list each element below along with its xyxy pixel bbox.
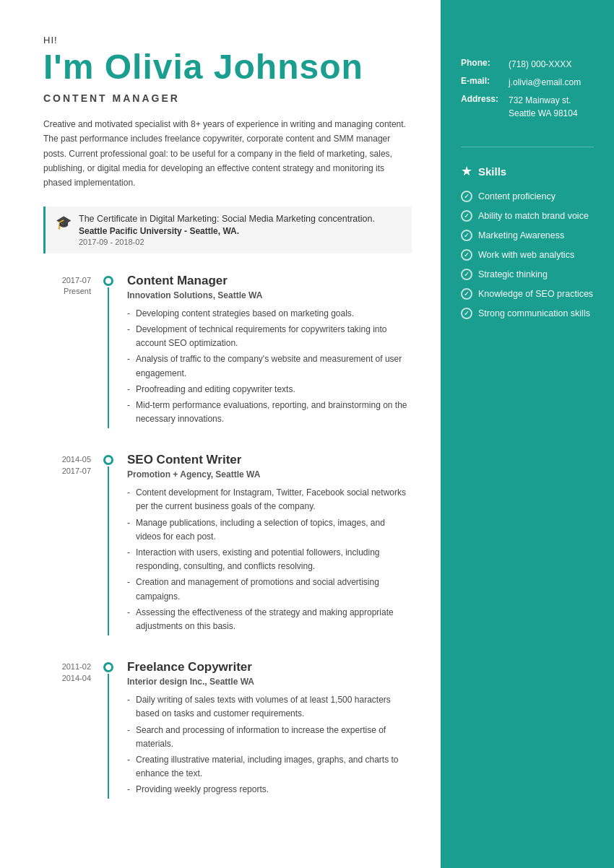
duty-item: Manage publications, including a selecti… [127,516,412,544]
address-label: Address: [461,94,504,104]
company-1: Innovation Solutions, Seattle WA [127,290,412,300]
skill-text-1: Ability to match brand voice [478,211,589,221]
skill-item-4: Strategic thinking [461,269,594,280]
timeline-line-2 [108,466,109,635]
duty-item: Search and processing of information to … [127,724,412,751]
timeline-connector-3 [101,660,116,799]
right-panel: Phone: (718) 000-XXXX E-mail: j.olivia@e… [441,0,614,868]
graduation-icon: 🎓 [56,214,72,230]
timeline-dot-1 [103,276,113,286]
duty-item: Assessing the effectiveness of the strat… [127,606,412,633]
timeline-line-3 [108,674,109,799]
timeline-date-1: 2017-07 Present [43,274,101,429]
timeline-connector-2 [101,453,116,635]
skill-text-2: Marketing Awareness [478,230,564,240]
timeline-date-3: 2011-02 2014-04 [43,660,101,799]
timeline-connector-1 [101,274,116,429]
skill-check-icon [461,288,472,300]
email-value: j.olivia@email.com [509,76,581,89]
skill-item-5: Knowledge of SEO practices [461,288,594,300]
duty-item: Mid-term performance evaluations, report… [127,399,412,426]
bio-text: Creative and motivated specialist with 8… [43,117,412,191]
skill-item-0: Content proficiency [461,191,594,202]
timeline-body-1: Content Manager Innovation Solutions, Se… [116,274,412,429]
timeline-date-2: 2014-05 2017-07 [43,453,101,635]
skill-check-icon [461,308,472,319]
skill-text-0: Content proficiency [478,191,555,201]
phone-row: Phone: (718) 000-XXXX [461,58,594,71]
timeline-item-1: 2017-07 Present Content Manager Innovati… [43,274,412,429]
company-2: Promotion + Agency, Seattle WA [127,469,412,479]
phone-label: Phone: [461,58,504,68]
address-row: Address: 732 Mainway st. Seattle WA 9810… [461,94,594,120]
timeline-dot-3 [103,662,113,672]
skills-header: ★ Skills [441,163,614,191]
timeline-dot-2 [103,455,113,465]
skill-text-6: Strong communication skills [478,308,590,318]
greeting-text: HI! [43,35,412,45]
job-title-heading: CONTENT MANAGER [43,92,412,104]
duty-item: Development of technical requirements fo… [127,323,412,350]
skill-item-2: Marketing Awareness [461,230,594,241]
duty-item: Creating illustrative material, includin… [127,753,412,781]
timeline-line-1 [108,287,109,429]
skill-item-3: Work with web analytics [461,249,594,261]
email-label: E-mail: [461,76,504,86]
duty-item: Providing weekly progress reports. [127,783,412,797]
company-3: Interior design Inc., Seattle WA [127,677,412,687]
skills-label: Skills [478,165,506,178]
duty-item: Content development for Instagram, Twitt… [127,486,412,513]
job-title-3: Freelance Copywriter [127,660,412,674]
star-icon: ★ [461,163,472,179]
skill-check-icon [461,249,472,261]
skill-check-icon [461,191,472,202]
experience-timeline: 2017-07 Present Content Manager Innovati… [43,274,412,799]
phone-value: (718) 000-XXXX [509,58,571,71]
name-heading: I'm Olivia Johnson [43,48,412,87]
sidebar-top-space [441,0,614,58]
skill-check-icon [461,210,472,222]
address-value: 732 Mainway st. Seattle WA 98104 [509,94,578,120]
job-title-1: Content Manager [127,274,412,288]
education-school: Seattle Pacific University - Seattle, WA… [79,226,375,236]
resume-container: HI! I'm Olivia Johnson CONTENT MANAGER C… [0,0,614,868]
duties-list-2: Content development for Instagram, Twitt… [127,486,412,633]
duties-list-1: Developing content strategies based on m… [127,307,412,427]
skill-check-icon [461,269,472,280]
timeline-item-2: 2014-05 2017-07 SEO Content Writer Promo… [43,453,412,635]
duties-list-3: Daily writing of sales texts with volume… [127,693,412,797]
timeline-body-3: Freelance Copywriter Interior design Inc… [116,660,412,799]
education-date: 2017-09 - 2018-02 [79,238,375,246]
duty-item: Daily writing of sales texts with volume… [127,693,412,721]
skill-item-1: Ability to match brand voice [461,210,594,222]
duty-item: Proofreading and editing copywriter text… [127,383,412,396]
education-block: 🎓 The Certificate in Digital Marketing: … [43,207,412,253]
timeline-body-2: SEO Content Writer Promotion + Agency, S… [116,453,412,635]
left-panel: HI! I'm Olivia Johnson CONTENT MANAGER C… [0,0,441,868]
job-title-2: SEO Content Writer [127,453,412,467]
education-content: The Certificate in Digital Marketing: So… [79,214,375,246]
duty-item: Analysis of traffic to the company's web… [127,352,412,380]
skill-text-3: Work with web analytics [478,250,574,260]
skills-list: Content proficiency Ability to match bra… [441,191,614,327]
skill-text-4: Strategic thinking [478,269,548,279]
duty-item: Creation and management of promotions an… [127,576,412,603]
skill-check-icon [461,230,472,241]
contact-section: Phone: (718) 000-XXXX E-mail: j.olivia@e… [441,58,614,147]
duty-item: Interaction with users, existing and pot… [127,546,412,573]
duty-item: Developing content strategies based on m… [127,307,412,321]
sidebar-divider [461,147,594,147]
skill-text-5: Knowledge of SEO practices [478,289,593,299]
skill-item-6: Strong communication skills [461,308,594,319]
email-row: E-mail: j.olivia@email.com [461,76,594,89]
education-degree: The Certificate in Digital Marketing: So… [79,214,375,224]
timeline-item-3: 2011-02 2014-04 Freelance Copywriter Int… [43,660,412,799]
